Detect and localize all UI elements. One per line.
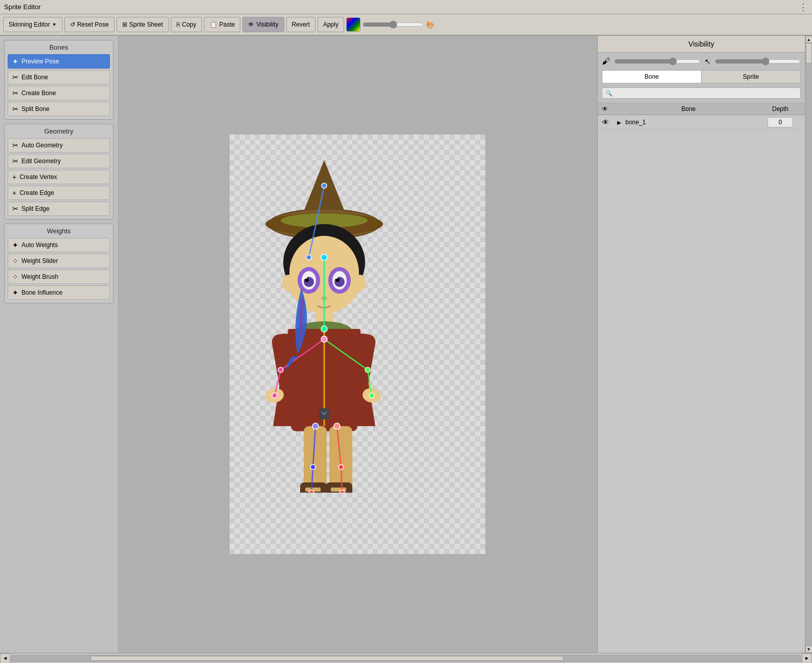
svg-point-55 (310, 465, 315, 470)
svg-point-19 (282, 275, 295, 291)
dropdown-arrow-icon: ▼ (52, 22, 57, 27)
weight-brush-icon: ⁘ (12, 273, 18, 281)
title-bar-menu-icon[interactable]: ⋮ (799, 2, 808, 13)
svg-point-47 (321, 254, 327, 260)
split-edge-button[interactable]: ✂ Split Edge (8, 202, 110, 216)
svg-point-53 (369, 393, 374, 398)
bone-depth-cell (760, 117, 801, 127)
svg-point-54 (312, 423, 319, 429)
character-svg (230, 135, 424, 493)
scroll-right-arrow[interactable]: ▶ (802, 653, 812, 664)
right-panel: Visibility 🖌 ↖ Bone Sprite (597, 36, 812, 653)
auto-weights-icon: ✦ (12, 241, 18, 249)
main-layout: Bones ✦ Preview Pose ✂ Edit Bone ✂ Creat… (0, 36, 812, 653)
depth-column-header: Depth (760, 105, 801, 113)
edit-geometry-icon: ✂ (12, 157, 18, 165)
brush-opacity-slider[interactable] (614, 57, 701, 65)
svg-point-12 (303, 277, 307, 279)
svg-point-61 (306, 255, 311, 260)
title-bar: Sprite Editor ⋮ (0, 0, 812, 14)
right-panel-content: Visibility 🖌 ↖ Bone Sprite (598, 36, 812, 653)
search-row: 🔍 (602, 87, 801, 99)
split-edge-icon: ✂ (12, 205, 18, 213)
bone-name-cell: ▶ bone_1 (617, 119, 760, 126)
apply-button[interactable]: Apply (318, 17, 344, 32)
eye-column-header: 👁 (602, 105, 617, 113)
visibility-button[interactable]: 👁 Visibility (242, 17, 284, 32)
cursor-size-slider[interactable] (715, 57, 801, 65)
edit-bone-icon: ✂ (12, 73, 18, 81)
svg-point-60 (322, 183, 327, 188)
toolbar-slider[interactable] (363, 20, 424, 29)
weight-slider-button[interactable]: ⁘ Weight Slider (8, 254, 110, 268)
weights-section: Weights ✦ Auto Weights ⁘ Weight Slider ⁘… (4, 224, 114, 303)
table-row: 👁 ▶ bone_1 (598, 115, 805, 130)
canvas-viewport[interactable] (230, 135, 485, 554)
paste-button[interactable]: 📋 Paste (204, 17, 241, 32)
split-bone-button[interactable]: ✂ Split Bone (8, 102, 110, 116)
brush-slider-row: 🖌 ↖ (602, 57, 801, 66)
bone-influence-icon: ✦ (12, 289, 18, 297)
bone-tab[interactable]: Bone (602, 70, 702, 83)
bone-expand-icon[interactable]: ▶ (617, 120, 621, 125)
revert-button[interactable]: Revert (286, 17, 315, 32)
weight-slider-icon: ⁘ (12, 257, 18, 265)
weight-brush-button[interactable]: ⁘ Weight Brush (8, 270, 110, 284)
edit-bone-button[interactable]: ✂ Edit Bone (8, 70, 110, 84)
skinning-editor-dropdown[interactable]: Skinning Editor ▼ (3, 17, 62, 32)
scrollbar-up-arrow[interactable]: ▲ (805, 36, 813, 43)
edit-geometry-button[interactable]: ✂ Edit Geometry (8, 154, 110, 168)
bone-visibility-toggle[interactable]: 👁 (602, 118, 617, 126)
canvas-area[interactable] (118, 36, 597, 653)
bones-section: Bones ✦ Preview Pose ✂ Edit Bone ✂ Creat… (4, 40, 114, 120)
weights-section-title: Weights (8, 227, 110, 235)
right-scrollbar[interactable]: ▲ ▼ (805, 36, 812, 653)
copy-button[interactable]: ⎘ Copy (171, 17, 202, 32)
reset-pose-button[interactable]: ↺ Reset Pose (64, 17, 115, 32)
scrollbar-down-arrow[interactable]: ▼ (805, 646, 813, 653)
scrollbar-track[interactable] (805, 43, 812, 646)
create-vertex-button[interactable]: + Create Vertex (8, 170, 110, 184)
search-input[interactable] (615, 90, 797, 97)
visibility-panel: Visibility 🖌 ↖ Bone Sprite (598, 36, 805, 653)
svg-point-48 (321, 326, 327, 332)
cursor-icon: ↖ (705, 57, 711, 65)
scroll-left-arrow[interactable]: ◀ (0, 653, 10, 664)
palette-icon: 🎨 (426, 21, 434, 29)
copy-icon: ⎘ (176, 21, 180, 28)
svg-point-59 (340, 490, 345, 493)
skinning-editor-label: Skinning Editor (9, 21, 50, 28)
scrollbar-track-horizontal[interactable] (11, 655, 801, 661)
scrollbar-thumb-horizontal[interactable] (91, 656, 563, 661)
window-title: Sprite Editor (4, 3, 41, 11)
scrollbar-thumb[interactable] (806, 43, 812, 63)
sprite-tab[interactable]: Sprite (702, 70, 801, 83)
bone-column-header: Bone (617, 105, 760, 113)
color-button[interactable] (346, 17, 360, 32)
create-edge-icon: + (12, 189, 16, 197)
create-edge-button[interactable]: + Create Edge (8, 186, 110, 200)
bone-depth-input[interactable] (768, 117, 793, 127)
geometry-section: Geometry ✂ Auto Geometry ✂ Edit Geometry… (4, 124, 114, 219)
auto-weights-button[interactable]: ✦ Auto Weights (8, 238, 110, 252)
preview-pose-icon: ✦ (12, 57, 18, 65)
create-bone-button[interactable]: ✂ Create Bone (8, 86, 110, 100)
bone-name-label: bone_1 (625, 119, 646, 126)
geometry-section-title: Geometry (8, 127, 110, 135)
visibility-icon: 👁 (248, 21, 254, 28)
reset-pose-icon: ↺ (70, 21, 75, 28)
svg-point-49 (321, 336, 327, 342)
eye-open-icon[interactable]: 👁 (602, 118, 609, 126)
bones-section-title: Bones (8, 43, 110, 51)
auto-geometry-button[interactable]: ✂ Auto Geometry (8, 138, 110, 152)
sprite-sheet-button[interactable]: ⊞ Sprite Sheet (117, 17, 169, 32)
brush-icon: 🖌 (602, 57, 610, 66)
bottom-scrollbar[interactable]: ◀ ▶ (0, 653, 812, 663)
svg-point-51 (272, 393, 277, 398)
bone-influence-button[interactable]: ✦ Bone Influence (8, 285, 110, 300)
bone-table: 👁 Bone Depth 👁 ▶ bone_1 (598, 103, 805, 653)
svg-point-20 (354, 275, 366, 291)
left-panel: Bones ✦ Preview Pose ✂ Edit Bone ✂ Creat… (0, 36, 118, 653)
preview-pose-button[interactable]: ✦ Preview Pose (8, 54, 110, 69)
paste-icon: 📋 (210, 21, 217, 28)
